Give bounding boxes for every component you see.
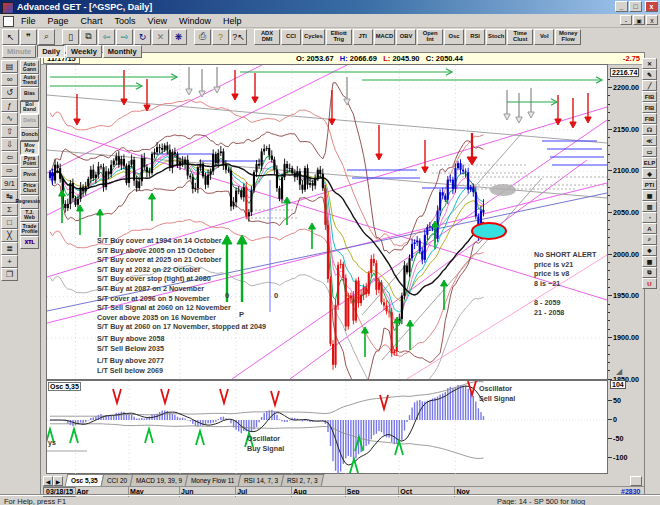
child-restore-button[interactable]: ▣: [633, 15, 645, 25]
copy-chart-icon[interactable]: ⧉: [642, 267, 657, 278]
menu-view[interactable]: View: [142, 16, 173, 26]
probability-icon[interactable]: ▥: [642, 201, 657, 212]
quick-reset-icon[interactable]: ↺: [1, 86, 18, 99]
study-tab-osc-5-35[interactable]: Osc 5,35: [65, 474, 104, 486]
new-window-icon[interactable]: ❐: [1, 268, 18, 281]
study-tab-macd-19-39-9[interactable]: MACD 19, 39, 9: [130, 474, 189, 486]
menu-file[interactable]: File: [15, 16, 42, 26]
menu-page[interactable]: Page: [42, 16, 75, 26]
ellipse-tool-icon[interactable]: ELP: [642, 157, 657, 168]
trendline-icon[interactable]: ╱: [642, 80, 657, 91]
scroll-right-icon[interactable]: ⇨: [1, 164, 18, 177]
pointer-icon[interactable]: ↖: [2, 29, 19, 45]
copy-page-icon[interactable]: ⧉: [80, 29, 97, 45]
study-button-osc[interactable]: Osc: [444, 29, 464, 45]
tab-scroll-right-button[interactable]: ▶: [53, 476, 63, 486]
maximize-button[interactable]: □: [629, 1, 642, 12]
study-toggle-t-j-web[interactable]: T.J. Web: [20, 209, 39, 223]
menu-chart[interactable]: Chart: [75, 16, 109, 26]
study-tab-rsi-2-7-3[interactable]: RSI 2, 7, 3: [281, 474, 324, 486]
study-button-elliott-trig[interactable]: Elliott Trig: [326, 29, 352, 45]
study-toggle-bol-band[interactable]: Bol Band: [20, 101, 39, 115]
timeframe-tab-daily[interactable]: Daily: [37, 45, 65, 58]
elliott-wave-icon[interactable]: ∿: [1, 112, 18, 125]
gann-tools-icon[interactable]: ☊: [642, 124, 657, 135]
undo-icon[interactable]: U: [642, 278, 657, 289]
resize-grip-icon[interactable]: ◢: [616, 367, 622, 376]
minimize-button[interactable]: _: [615, 1, 628, 12]
timeframe-tab-weekly[interactable]: Weekly: [66, 45, 102, 58]
pti-icon[interactable]: PTI: [642, 179, 657, 190]
refresh-icon[interactable]: ↻: [134, 29, 151, 45]
scroll-down-icon[interactable]: ⇩: [1, 138, 18, 151]
fib-extension-icon[interactable]: FIB: [642, 102, 657, 113]
study-button-open-int[interactable]: Open Int: [417, 29, 443, 45]
help-icon[interactable]: ?: [212, 29, 229, 45]
scroll-left-icon[interactable]: ⇦: [1, 151, 18, 164]
fib-retracement-icon[interactable]: FIB: [642, 91, 657, 102]
ratio-icon[interactable]: 9/1: [1, 177, 18, 190]
quote-icon[interactable]: ❞: [20, 29, 37, 45]
apply-icon[interactable]: ❋: [170, 29, 187, 45]
study-toggle-xtl[interactable]: XTL: [20, 236, 39, 250]
study-button-vol[interactable]: Vol: [534, 29, 554, 45]
forward-icon[interactable]: ⇨: [116, 29, 133, 45]
new-page-icon[interactable]: ▯: [62, 29, 79, 45]
timeframe-tab-minute[interactable]: Minute: [2, 45, 36, 58]
child-close-button[interactable]: x: [646, 15, 658, 25]
time-marker-icon[interactable]: ◔: [642, 212, 657, 223]
study-toggle-bias[interactable]: Bias: [20, 87, 39, 101]
pencil-icon[interactable]: ✎: [642, 69, 657, 80]
pitchfork-icon[interactable]: ◈: [642, 168, 657, 179]
timeframe-icon[interactable]: ≣: [1, 242, 18, 255]
close-tool-icon[interactable]: ✕: [642, 58, 657, 69]
study-button-cycles[interactable]: Cycles: [302, 29, 325, 45]
chart-file-icon[interactable]: ▤: [1, 60, 18, 73]
zoom-tool-icon[interactable]: ⌕: [642, 234, 657, 245]
study-toggle-donch[interactable]: Donch: [20, 128, 39, 142]
color-settings-icon[interactable]: ❖: [642, 245, 657, 256]
study-tab-money-flow-11[interactable]: Money Flow 11: [185, 474, 241, 486]
study-button-time-clust[interactable]: Time Clust: [507, 29, 533, 45]
study-toggle-delta[interactable]: Delta: [20, 114, 39, 128]
study-toggle-pivot[interactable]: Pivot: [20, 168, 39, 182]
study-button-adx-dmi[interactable]: ADX DMI: [254, 29, 280, 45]
sum-icon[interactable]: Σ: [1, 203, 18, 216]
timeframe-tab-monthly[interactable]: Monthly: [103, 45, 142, 58]
study-button-rsi[interactable]: RSI: [465, 29, 485, 45]
study-button-cci[interactable]: CCI: [281, 29, 301, 45]
study-toggle-pyra-point[interactable]: Pyra Point: [20, 155, 39, 169]
context-help-icon[interactable]: ?↖: [230, 29, 247, 45]
menu-window[interactable]: Window: [173, 16, 217, 26]
study-toggle-regression[interactable]: Regression: [20, 195, 39, 209]
lines-off-icon[interactable]: ╳: [1, 229, 18, 242]
rectangle-tool-icon[interactable]: ▭: [642, 146, 657, 157]
study-toggle-mov-avg[interactable]: Mov Avg: [20, 141, 39, 155]
data-table-icon[interactable]: ▦: [642, 190, 657, 201]
price-chart-plot[interactable]: S/T Buy cover at 1994 on 14 OctoberS/T B…: [46, 64, 608, 380]
oscillator-panel[interactable]: OscillatorSell SignalOscillatorBuy Signa…: [46, 380, 608, 474]
child-window-icon[interactable]: [3, 16, 14, 27]
study-button-stoch[interactable]: Stoch: [486, 29, 506, 45]
grid-toggle-icon[interactable]: ▩: [642, 256, 657, 267]
study-button-macd[interactable]: MACD: [374, 29, 395, 45]
tab-scroll-left-button[interactable]: ◀: [43, 476, 53, 486]
print-icon[interactable]: ⎙: [194, 29, 211, 45]
study-tab-rsi-14-7-3[interactable]: RSI 14, 7, 3: [238, 474, 285, 486]
fib-time-icon[interactable]: FIB: [642, 113, 657, 124]
text-tool-icon[interactable]: A: [642, 223, 657, 234]
study-button-obv[interactable]: OBV: [396, 29, 416, 45]
menu-help[interactable]: Help: [217, 16, 248, 26]
study-button-money-flow[interactable]: Money Flow: [555, 29, 581, 45]
zoom-icon[interactable]: ⌕: [38, 29, 55, 45]
study-toggle-price-clust[interactable]: Price Clust: [20, 182, 39, 196]
study-tab-cci-20[interactable]: CCI 20: [100, 474, 133, 486]
study-button-jti[interactable]: JTI: [353, 29, 373, 45]
binoculars-icon[interactable]: ∞: [1, 73, 18, 86]
scroll-up-icon[interactable]: ⇧: [1, 125, 18, 138]
make-or-break-icon[interactable]: ≪: [642, 135, 657, 146]
study-icon[interactable]: ƒ: [1, 99, 18, 112]
child-minimize-button[interactable]: -: [620, 15, 632, 25]
close-button[interactable]: x: [645, 1, 658, 12]
back-icon[interactable]: ⇦: [98, 29, 115, 45]
